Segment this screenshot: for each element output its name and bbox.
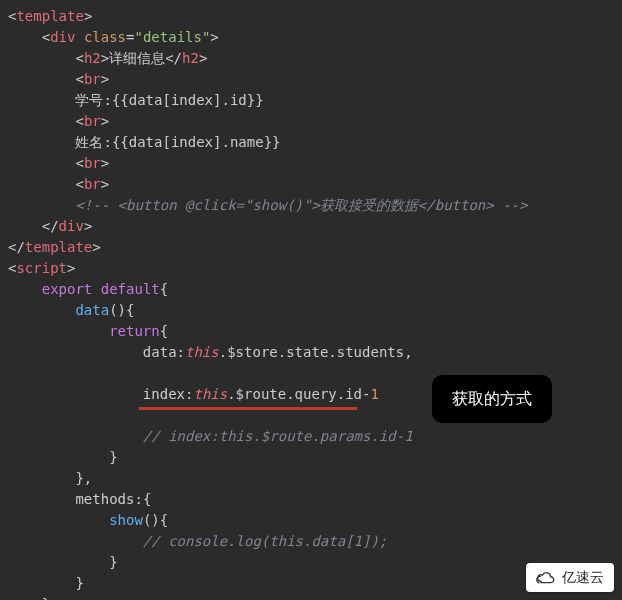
- tag-div-close: div: [59, 218, 84, 234]
- this-keyword: this: [193, 386, 227, 402]
- tag-template-close: template: [25, 239, 92, 255]
- tag-br: br: [84, 113, 101, 129]
- tag-div-open: div: [50, 29, 75, 45]
- comment-console: // console.log(this.data[1]);: [143, 533, 387, 549]
- comment-button: <!-- <button @click="show()">获取接受的数据</bu…: [75, 197, 527, 213]
- tag-h2-open: h2: [84, 50, 101, 66]
- watermark-text: 亿速云: [562, 567, 604, 588]
- annotation-callout: 获取的方式: [432, 375, 552, 423]
- text-id-label: 学号:: [75, 92, 111, 108]
- key-index: index: [143, 386, 185, 402]
- kw-default: default: [101, 281, 160, 297]
- kw-return: return: [109, 323, 160, 339]
- comment-params: // index:this.$route.params.id-1: [143, 428, 413, 444]
- tag-script-open: script: [16, 260, 67, 276]
- highlight-underline: [139, 407, 357, 410]
- cloud-icon: [536, 570, 556, 586]
- key-data: data: [143, 344, 177, 360]
- kw-export: export: [42, 281, 93, 297]
- attr-class: class: [84, 29, 126, 45]
- callout-text: 获取的方式: [452, 390, 532, 407]
- tag-h2-close: h2: [182, 50, 199, 66]
- code-editor: <template> <div class="details"> <h2>详细信…: [0, 0, 622, 600]
- tag-br: br: [84, 71, 101, 87]
- tag-br: br: [84, 155, 101, 171]
- text-name-label: 姓名:: [75, 134, 111, 150]
- string-details: "details": [134, 29, 210, 45]
- func-show: show: [109, 512, 143, 528]
- watermark-badge: 亿速云: [526, 563, 614, 592]
- text-heading: 详细信息: [109, 50, 165, 66]
- tag-template-open: template: [16, 8, 83, 24]
- tag-br: br: [84, 176, 101, 192]
- func-data: data: [75, 302, 109, 318]
- this-keyword: this: [185, 344, 219, 360]
- key-methods: methods: [75, 491, 134, 507]
